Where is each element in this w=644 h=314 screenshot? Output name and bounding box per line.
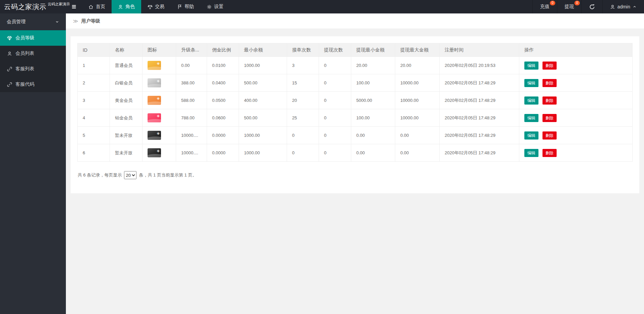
menu-toggle-button[interactable]: [66, 0, 82, 13]
cell-reg-time: 2020年02月05日 17:48:29: [440, 92, 519, 109]
cell-icon: ◈: [143, 127, 176, 144]
cell-max-withdraw: 10000.00: [395, 74, 440, 92]
cell-max-withdraw: 20.00: [395, 57, 440, 74]
edit-button[interactable]: 编辑: [524, 79, 538, 87]
sidebar-item-service-code[interactable]: 客服代码: [0, 77, 66, 92]
cell-commission: 0.0100: [207, 57, 239, 74]
table-body: 1 普通会员 ◈ 0.00 0.0100 1000.00 3 0 20.00 2…: [78, 57, 633, 162]
link-icon: [7, 67, 12, 72]
cell-orders: 20: [287, 92, 319, 109]
sidebar-item-label: 客服代码: [15, 81, 34, 87]
cell-min-withdraw: 100.00: [351, 74, 395, 92]
sidebar-item-label: 会员列表: [15, 50, 34, 56]
cell-max-withdraw: 0.00: [395, 127, 440, 144]
sidebar-item-service-list[interactable]: 客服列表: [0, 61, 66, 77]
admin-menu[interactable]: admin: [602, 0, 644, 13]
cell-min-balance: 500.00: [239, 109, 287, 127]
table-row: 4 铂金会员 ◈ 788.00 0.0600 500.00 25 0 100.0…: [78, 109, 633, 127]
refresh-icon: [589, 4, 595, 10]
cell-reg-time: 2020年02月05日 17:48:29: [440, 144, 519, 162]
cell-min-balance: 1000.00: [239, 57, 287, 74]
level-card-icon: ◈: [148, 61, 161, 70]
chevron-down-icon: [55, 20, 59, 24]
cell-withdraw-count: 0: [319, 57, 351, 74]
cell-actions: 编辑 删除: [519, 109, 633, 127]
nav-item-trade[interactable]: 交易: [141, 0, 171, 13]
nav-item-settings[interactable]: 设置: [200, 0, 230, 13]
edit-button[interactable]: 编辑: [524, 114, 538, 122]
cell-commission: 0.0500: [207, 92, 239, 109]
pagination: 共 6 条记录，每页显示 20 条，共 1 页当前显示第 1 页。: [77, 171, 633, 179]
page-title: 用户等级: [81, 18, 100, 24]
sidebar-item-member-level[interactable]: 会员等级: [0, 30, 66, 46]
col-header-icon: 图标: [143, 43, 176, 57]
cell-name: 铂金会员: [110, 109, 143, 127]
edit-button[interactable]: 编辑: [524, 131, 538, 140]
delete-button[interactable]: 删除: [542, 114, 557, 122]
nav-item-help[interactable]: 帮助: [171, 0, 200, 13]
per-page-select[interactable]: 20: [124, 171, 136, 179]
cell-commission: 0.0600: [207, 109, 239, 127]
delete-button[interactable]: 删除: [542, 79, 557, 87]
navbar-right: 充值 0 提现 0 admin: [532, 0, 644, 13]
nav-item-role[interactable]: 角色: [112, 0, 141, 13]
col-header-upgrade: 升级条...: [176, 43, 207, 57]
nav-item-home[interactable]: 首页: [82, 0, 112, 13]
cell-min-balance: 1000.00: [239, 144, 287, 162]
cell-reg-time: 2020年02月05日 17:48:29: [440, 109, 519, 127]
delete-button[interactable]: 删除: [542, 149, 557, 157]
user-icon: [118, 4, 123, 9]
cell-max-withdraw: 0.00: [395, 144, 440, 162]
level-card-icon: ◈: [148, 113, 161, 122]
sidebar-item-label: 会员等级: [15, 35, 34, 41]
cell-withdraw-count: 0: [319, 109, 351, 127]
recharge-button[interactable]: 充值 0: [532, 0, 557, 13]
edit-button[interactable]: 编辑: [524, 96, 538, 105]
flag-icon: [177, 4, 182, 9]
cell-name: 黄金会员: [110, 92, 143, 109]
home-icon: [88, 4, 93, 9]
edit-button[interactable]: 编辑: [524, 149, 538, 157]
cell-actions: 编辑 删除: [519, 144, 633, 162]
delete-button[interactable]: 删除: [542, 62, 557, 70]
card-gem-icon: ◈: [157, 96, 160, 100]
cell-actions: 编辑 删除: [519, 127, 633, 144]
gear-icon: [207, 4, 212, 9]
col-header-orders: 接单次数: [287, 43, 319, 57]
content-card: ID 名称 图标 升级条... 佣金比例 最小余额 接单次数 提现次数 提现最小…: [71, 36, 639, 193]
col-header-commission: 佣金比例: [207, 43, 239, 57]
delete-button[interactable]: 删除: [542, 131, 557, 140]
hamburger-icon: [71, 4, 77, 9]
cell-name: 普通会员: [110, 57, 143, 74]
level-card-icon: ◈: [148, 148, 161, 157]
levels-table: ID 名称 图标 升级条... 佣金比例 最小余额 接单次数 提现次数 提现最小…: [77, 43, 633, 162]
cell-min-withdraw: 0.00: [351, 127, 395, 144]
cell-icon: ◈: [143, 92, 176, 109]
col-header-withdraw-count: 提现次数: [319, 43, 351, 57]
cell-icon: ◈: [143, 144, 176, 162]
recharge-badge: 0: [550, 1, 555, 5]
cell-min-withdraw: 20.00: [351, 57, 395, 74]
refresh-button[interactable]: [581, 0, 602, 13]
pagination-text-suffix: 条，共 1 页当前显示第 1 页。: [139, 172, 197, 178]
app-logo: 云码之家演示 云码之家演示: [0, 0, 66, 13]
card-gem-icon: ◈: [157, 114, 160, 118]
cell-commission: 0.0000: [207, 127, 239, 144]
col-header-min-withdraw: 提现最小金额: [351, 43, 395, 57]
delete-button[interactable]: 删除: [542, 96, 557, 105]
edit-button[interactable]: 编辑: [524, 62, 538, 70]
table-row: 2 白银会员 ◈ 388.00 0.0400 500.00 15 0 100.0…: [78, 74, 633, 92]
cell-commission: 0.0000: [207, 144, 239, 162]
cell-actions: 编辑 删除: [519, 74, 633, 92]
sidebar-item-member-list[interactable]: 会员列表: [0, 46, 66, 61]
cell-id: 1: [78, 57, 110, 74]
nav-item-label: 首页: [96, 4, 105, 10]
cell-orders: 3: [287, 57, 319, 74]
cell-max-withdraw: 10000.00: [395, 92, 440, 109]
withdraw-button[interactable]: 提现 0: [557, 0, 581, 13]
sidebar-group-member-management[interactable]: 会员管理: [0, 13, 66, 30]
cell-id: 4: [78, 109, 110, 127]
cell-upgrade: 0.00: [176, 57, 207, 74]
cell-icon: ◈: [143, 74, 176, 92]
col-header-max-withdraw: 提现最大金额: [395, 43, 440, 57]
